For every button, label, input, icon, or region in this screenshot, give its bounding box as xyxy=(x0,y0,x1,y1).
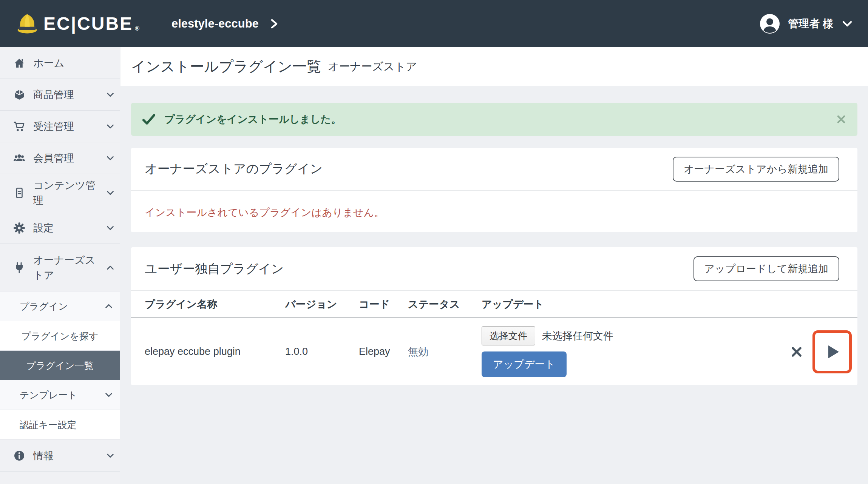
enable-plugin-button[interactable] xyxy=(812,330,852,373)
alert-message: プラグインをインストールしました。 xyxy=(164,113,341,126)
info-icon xyxy=(13,450,26,462)
chevron-up-icon xyxy=(104,301,114,311)
chevron-up-icon xyxy=(105,263,115,273)
avatar xyxy=(760,14,780,34)
sidebar-item-plugin-list[interactable]: プラグイン一覧 xyxy=(0,351,120,380)
no-plugins-message: インストールされているプラグインはありません。 xyxy=(145,206,844,219)
user-name: 管理者 様 xyxy=(788,17,833,31)
page-content: プラグインをインストールしました。 オーナーズストアのプラグイン オーナーズスト… xyxy=(120,86,868,385)
column-header-0: プラグイン名称 xyxy=(145,297,285,311)
sidebar-item-plugin[interactable]: プラグイン xyxy=(0,291,120,321)
sidebar-item-label: プラグインを探す xyxy=(21,328,98,344)
plugin-version: 1.0.0 xyxy=(285,346,359,358)
user-menu[interactable]: 管理者 様 xyxy=(760,14,853,34)
sidebar-item-label: テンプレート xyxy=(20,387,77,402)
logo-text: EC|CUBE xyxy=(43,15,133,33)
users-icon xyxy=(13,152,26,164)
owners-store-card-header: オーナーズストアのプラグイン オーナーズストアから新規追加 xyxy=(131,148,857,191)
update-plugin-button[interactable]: アップデート xyxy=(482,351,567,377)
sidebar-item-label: 情報 xyxy=(33,448,54,463)
plugin-actions-cell xyxy=(784,330,852,373)
plugin-code: Elepay xyxy=(359,346,408,358)
sidebar-item-plugin-search[interactable]: プラグインを探す xyxy=(0,321,120,351)
main-area: インストールプラグイン一覧 オーナーズストア プラグインをインストールしました。… xyxy=(120,47,868,484)
chevron-right-icon xyxy=(270,18,278,29)
sidebar-item-owners-store[interactable]: オーナーズストア xyxy=(0,244,120,291)
plugin-table-row: elepay eccube plugin 1.0.0 Elepay 無効 选择文… xyxy=(131,318,857,385)
sidebar-item-label: 会員管理 xyxy=(33,151,74,166)
sidebar-item-info[interactable]: 情報 xyxy=(0,440,120,472)
gear-icon xyxy=(13,222,26,234)
eccube-logo[interactable]: EC|CUBE ® xyxy=(15,12,139,35)
chevron-down-icon xyxy=(105,451,115,461)
owners-store-card-title: オーナーズストアのプラグイン xyxy=(145,160,323,177)
page-subtitle: オーナーズストア xyxy=(328,59,417,74)
page-title-bar: インストールプラグイン一覧 オーナーズストア xyxy=(120,47,868,86)
column-header-4: アップデート xyxy=(482,297,784,311)
column-header-2: コード xyxy=(359,297,408,311)
chevron-down-icon xyxy=(104,390,114,400)
alert-close-icon[interactable] xyxy=(836,114,846,124)
sidebar-item-label: オーナーズストア xyxy=(33,253,105,283)
play-icon xyxy=(824,344,840,360)
user-plugins-card-title: ユーザー独自プラグイン xyxy=(145,260,284,277)
cube-icon xyxy=(13,89,26,101)
site-name: elestyle-eccube xyxy=(171,17,259,31)
cart-icon xyxy=(13,120,26,133)
user-plugins-card: ユーザー独自プラグイン アップロードして新規追加 プラグイン名称バージョンコード… xyxy=(131,247,857,385)
chevron-down-icon xyxy=(842,20,853,28)
user-plugins-card-header: ユーザー独自プラグイン アップロードして新規追加 xyxy=(131,247,857,291)
check-icon xyxy=(142,114,155,125)
owners-store-card-body: インストールされているプラグインはありません。 xyxy=(131,191,857,232)
sidebar-item-label: プラグイン一覧 xyxy=(26,358,94,373)
sidebar-item-label: 商品管理 xyxy=(33,87,74,102)
sidebar-item-label: 認証キー設定 xyxy=(20,417,77,432)
success-alert: プラグインをインストールしました。 xyxy=(131,103,857,136)
chevron-down-icon xyxy=(105,188,115,198)
plugin-status-link[interactable]: 無効 xyxy=(408,346,428,358)
upload-new-plugin-button[interactable]: アップロードして新規追加 xyxy=(693,256,839,281)
page-title: インストールプラグイン一覧 xyxy=(131,57,321,76)
site-name-menu[interactable]: elestyle-eccube xyxy=(171,17,278,31)
sidebar-item-label: プラグイン xyxy=(20,299,68,314)
plugin-name: elepay eccube plugin xyxy=(145,346,285,358)
sidebar-item-label: ホーム xyxy=(33,55,64,71)
chevron-down-icon xyxy=(105,122,115,131)
sidebar-item-label: コンテンツ管理 xyxy=(33,178,105,208)
plug-icon xyxy=(13,262,26,274)
sidebar-item-auth-key[interactable]: 認証キー設定 xyxy=(0,410,120,440)
sidebar-item-settings[interactable]: 設定 xyxy=(0,212,120,244)
eccube-hat-icon xyxy=(15,12,39,35)
sidebar-item-label: 設定 xyxy=(33,220,54,236)
sidebar-item-contents[interactable]: コンテンツ管理 xyxy=(0,174,120,212)
sidebar-item-template[interactable]: テンプレート xyxy=(0,380,120,410)
sidebar-item-products[interactable]: 商品管理 xyxy=(0,79,120,111)
chevron-down-icon xyxy=(105,90,115,100)
file-chosen-status: 未选择任何文件 xyxy=(542,329,613,343)
sidebar-item-members[interactable]: 会員管理 xyxy=(0,142,120,174)
plugin-update-cell: 选择文件 未选择任何文件 アップデート xyxy=(482,326,784,377)
logo-registered-mark: ® xyxy=(135,26,139,32)
sidebar: ホーム商品管理受注管理会員管理コンテンツ管理設定オーナーズストアプラグインプラグ… xyxy=(0,47,120,484)
add-from-owners-store-button[interactable]: オーナーズストアから新規追加 xyxy=(673,157,839,182)
document-icon xyxy=(13,187,26,199)
column-header-3: ステータス xyxy=(408,297,482,311)
chevron-down-icon xyxy=(105,153,115,163)
top-header: EC|CUBE ® elestyle-eccube 管理者 様 xyxy=(0,0,868,47)
delete-plugin-icon[interactable] xyxy=(791,346,803,358)
choose-file-button[interactable]: 选择文件 xyxy=(482,326,535,345)
owners-store-plugins-card: オーナーズストアのプラグイン オーナーズストアから新規追加 インストールされてい… xyxy=(131,148,857,232)
sidebar-item-orders[interactable]: 受注管理 xyxy=(0,111,120,142)
column-header-1: バージョン xyxy=(285,297,359,311)
chevron-down-icon xyxy=(105,223,115,233)
plugin-table-header-row: プラグイン名称バージョンコードステータスアップデート xyxy=(131,291,857,318)
sidebar-item-home[interactable]: ホーム xyxy=(0,47,120,79)
home-icon xyxy=(13,57,26,69)
sidebar-item-label: 受注管理 xyxy=(33,119,74,134)
